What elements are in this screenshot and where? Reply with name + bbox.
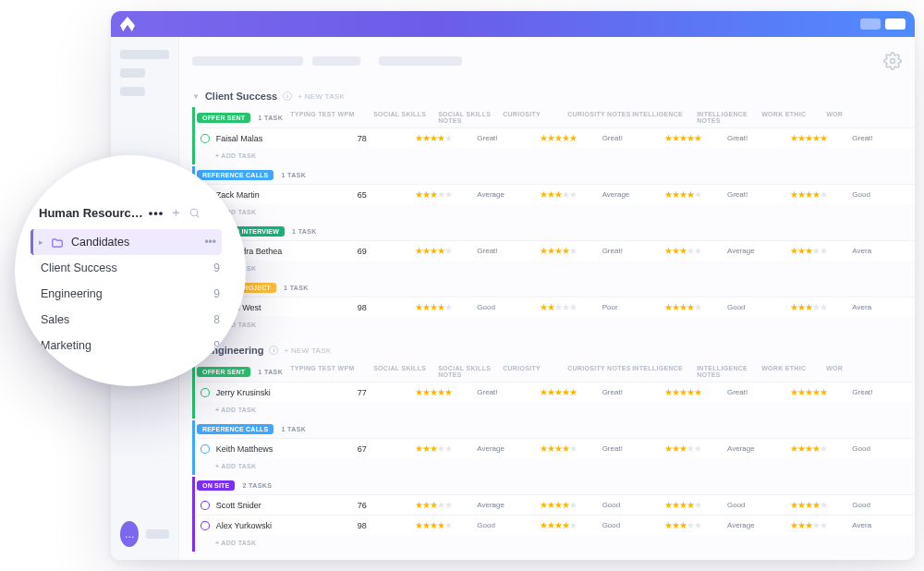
status-ring-icon[interactable] bbox=[201, 444, 210, 454]
candidate-name[interactable]: Jerry Krusinski bbox=[216, 388, 350, 397]
rating-cell[interactable]: ★★★★★ bbox=[415, 189, 478, 200]
notes-cell: Avera bbox=[852, 303, 915, 311]
sidebar-placeholder bbox=[120, 68, 145, 78]
status-ring-icon[interactable] bbox=[201, 388, 210, 397]
candidate-name[interactable]: Zack Martin bbox=[216, 190, 350, 200]
rating-cell[interactable]: ★★★★★ bbox=[415, 520, 478, 530]
sidebar-item-sales[interactable]: Sales8 bbox=[39, 307, 222, 333]
rating-cell[interactable]: ★★★★★ bbox=[664, 246, 727, 256]
rating-cell[interactable]: ★★★★★ bbox=[790, 387, 853, 397]
rating-cell[interactable]: ★★★★★ bbox=[415, 133, 478, 143]
sidebar-placeholder bbox=[120, 87, 145, 96]
rating-cell[interactable]: ★★★★★ bbox=[540, 302, 602, 312]
svg-point-1 bbox=[190, 209, 198, 216]
info-icon[interactable]: i bbox=[283, 91, 292, 101]
column-header: INTELLIGENCE NOTES bbox=[697, 365, 761, 378]
rating-cell[interactable]: ★★★★★ bbox=[790, 443, 853, 454]
group-task-count: 1 TASK bbox=[258, 369, 283, 375]
status-ring-icon[interactable] bbox=[201, 134, 210, 143]
notes-cell: Good bbox=[852, 444, 915, 453]
rating-cell[interactable]: ★★★★★ bbox=[540, 133, 602, 143]
window-minimize-button[interactable] bbox=[860, 18, 881, 30]
table-row[interactable]: Zack Martin65★★★★★Average★★★★★Average★★★… bbox=[197, 184, 915, 204]
notes-cell: Great! bbox=[602, 388, 665, 396]
rating-cell[interactable]: ★★★★★ bbox=[540, 443, 602, 454]
table-row[interactable]: Alex Yurkowski98★★★★★Good★★★★★Good★★★★★A… bbox=[197, 515, 915, 535]
rating-cell[interactable]: ★★★★★ bbox=[540, 189, 602, 200]
rating-cell[interactable]: ★★★★★ bbox=[415, 500, 478, 510]
notes-cell: Great! bbox=[727, 134, 790, 142]
plus-icon[interactable]: ＋ bbox=[169, 206, 182, 219]
status-ring-icon[interactable] bbox=[201, 501, 210, 510]
table-row[interactable]: Brandi West98★★★★★Good★★★★★Poor★★★★★Good… bbox=[197, 297, 915, 317]
table-row[interactable]: Faisal Malas78★★★★★Great!★★★★★Great!★★★★… bbox=[197, 128, 915, 148]
new-task-button[interactable]: + NEW TASK bbox=[298, 92, 345, 101]
notes-cell: Good bbox=[602, 521, 665, 529]
sidebar-item-client-success[interactable]: Client Success9 bbox=[39, 255, 222, 281]
sidebar-item-marketing[interactable]: Marketing9 bbox=[39, 333, 222, 358]
notes-cell: Great! bbox=[852, 388, 915, 396]
table-row[interactable]: Keith Matthews67★★★★★Average★★★★★Great!★… bbox=[197, 438, 915, 458]
rating-cell[interactable]: ★★★★★ bbox=[790, 246, 853, 256]
add-task-button[interactable]: + ADD TASK bbox=[197, 148, 915, 164]
column-header: WORK ETHIC bbox=[761, 365, 826, 378]
table-row[interactable]: Scott Snider76★★★★★Average★★★★★Good★★★★★… bbox=[197, 494, 915, 515]
titlebar bbox=[111, 11, 915, 37]
new-task-button[interactable]: + NEW TASK bbox=[284, 346, 331, 355]
rating-cell[interactable]: ★★★★★ bbox=[790, 189, 853, 200]
rating-cell[interactable]: ★★★★★ bbox=[664, 520, 727, 530]
chevron-down-icon[interactable]: ▼ bbox=[192, 92, 200, 101]
chat-icon[interactable] bbox=[120, 521, 139, 547]
rating-cell[interactable]: ★★★★★ bbox=[664, 133, 727, 143]
candidate-name[interactable]: Keith Matthews bbox=[216, 444, 350, 454]
add-task-button[interactable]: + ADD TASK bbox=[197, 204, 915, 221]
table-row[interactable]: Jerry Krusinski77★★★★★Great!★★★★★Great!★… bbox=[197, 382, 915, 402]
rating-cell[interactable]: ★★★★★ bbox=[540, 520, 602, 530]
candidate-name[interactable]: Alex Yurkowski bbox=[216, 521, 350, 530]
status-pill[interactable]: REFERENCE CALLS bbox=[197, 170, 274, 180]
add-task-button[interactable]: + ADD TASK bbox=[197, 458, 915, 475]
sidebar-placeholder bbox=[146, 529, 169, 539]
rating-cell[interactable]: ★★★★★ bbox=[664, 387, 727, 397]
status-pill[interactable]: OFFER SENT bbox=[197, 367, 250, 377]
rating-cell[interactable]: ★★★★★ bbox=[664, 302, 727, 312]
rating-cell[interactable]: ★★★★★ bbox=[790, 133, 853, 143]
info-icon[interactable]: i bbox=[269, 346, 278, 355]
wpm-cell: 78 bbox=[350, 134, 415, 143]
rating-cell[interactable]: ★★★★★ bbox=[415, 443, 478, 454]
notes-cell: Great! bbox=[602, 134, 665, 142]
rating-cell[interactable]: ★★★★★ bbox=[415, 387, 478, 397]
rating-cell[interactable]: ★★★★★ bbox=[790, 302, 853, 312]
notes-cell: Average bbox=[477, 501, 540, 509]
rating-cell[interactable]: ★★★★★ bbox=[664, 443, 727, 454]
rating-cell[interactable]: ★★★★★ bbox=[790, 520, 853, 530]
sidebar-item-engineering[interactable]: Engineering9 bbox=[39, 281, 222, 307]
sidebar-zoom-popover: Human Resourc… ••• ＋ ▸Candidates•••Clien… bbox=[15, 155, 246, 386]
gear-icon[interactable] bbox=[883, 52, 902, 70]
notes-cell: Average bbox=[727, 521, 790, 529]
add-task-button[interactable]: + ADD TASK bbox=[197, 317, 915, 334]
status-pill[interactable]: ON SITE bbox=[197, 480, 235, 491]
sidebar-item-candidates[interactable]: ▸Candidates••• bbox=[30, 229, 222, 255]
add-task-button[interactable]: + ADD TASK bbox=[197, 261, 915, 277]
more-icon[interactable]: ••• bbox=[149, 206, 164, 220]
add-task-button[interactable]: + ADD TASK bbox=[197, 402, 915, 419]
status-pill[interactable]: OFFER SENT bbox=[197, 113, 250, 123]
rating-cell[interactable]: ★★★★★ bbox=[415, 302, 478, 312]
candidate-name[interactable]: Faisal Malas bbox=[216, 134, 350, 143]
table-row[interactable]: Alexandra Bethea69★★★★★Great!★★★★★Great!… bbox=[197, 240, 915, 261]
rating-cell[interactable]: ★★★★★ bbox=[790, 500, 853, 510]
notes-cell: Good bbox=[852, 190, 915, 199]
add-task-button[interactable]: + ADD TASK bbox=[197, 535, 915, 552]
search-icon[interactable] bbox=[188, 206, 201, 219]
candidate-name[interactable]: Scott Snider bbox=[216, 501, 350, 510]
rating-cell[interactable]: ★★★★★ bbox=[664, 189, 727, 200]
rating-cell[interactable]: ★★★★★ bbox=[540, 387, 602, 397]
window-maximize-button[interactable] bbox=[885, 18, 906, 30]
rating-cell[interactable]: ★★★★★ bbox=[664, 500, 727, 510]
rating-cell[interactable]: ★★★★★ bbox=[540, 500, 602, 510]
status-ring-icon[interactable] bbox=[201, 521, 210, 530]
status-pill[interactable]: REFERENCE CALLS bbox=[197, 424, 274, 434]
rating-cell[interactable]: ★★★★★ bbox=[415, 246, 478, 256]
rating-cell[interactable]: ★★★★★ bbox=[540, 246, 602, 256]
